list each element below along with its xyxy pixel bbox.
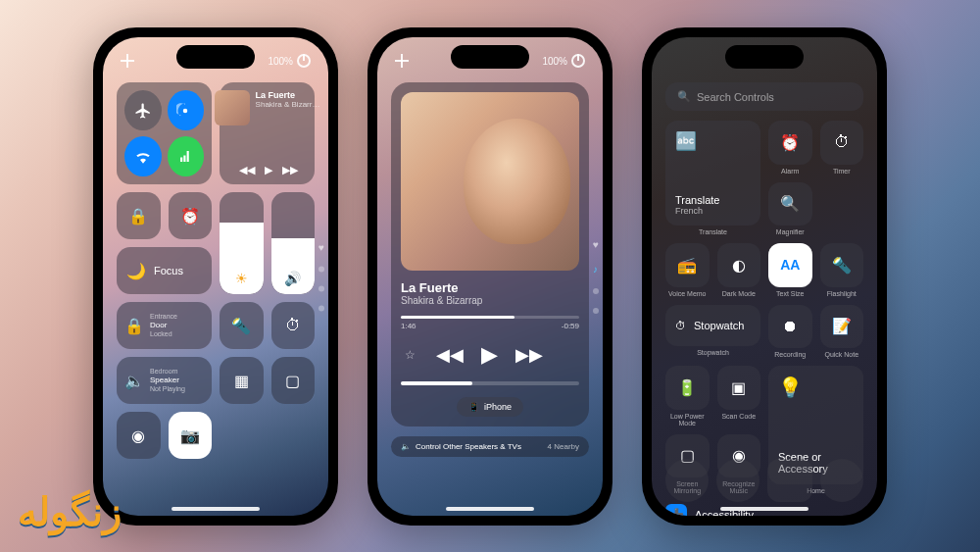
- airdrop-toggle[interactable]: [168, 90, 205, 130]
- track-artist: Shakira & Bizarr…: [256, 100, 320, 109]
- alarm-control[interactable]: ⏰: [768, 121, 812, 165]
- stopwatch-icon: ⏱: [675, 320, 686, 331]
- quick-note-control[interactable]: 📝: [820, 305, 864, 349]
- search-controls-field[interactable]: 🔍Search Controls: [665, 82, 863, 111]
- page-dot[interactable]: [318, 286, 324, 292]
- low-power-control[interactable]: 🔋: [665, 366, 710, 410]
- speaker-icon: 🔈: [401, 442, 411, 451]
- battery-percent: 100%: [268, 56, 293, 67]
- text-size-control[interactable]: AA: [768, 243, 812, 287]
- play-button[interactable]: ▶: [481, 342, 498, 368]
- power-icon[interactable]: [297, 54, 311, 68]
- home-indicator[interactable]: [446, 507, 534, 511]
- calculator-tile[interactable]: ▦: [220, 357, 264, 404]
- search-placeholder: Search Controls: [697, 91, 774, 103]
- phone-control-center: 100% La Fuerte Shakira & Bizarr… ◀◀ ▶ ▶▶…: [93, 27, 338, 526]
- favorites-page-icon[interactable]: ♥: [593, 239, 599, 250]
- home-indicator[interactable]: [720, 507, 808, 511]
- phone-controls-gallery: 🔍Search Controls 🔤TranslateFrench Transl…: [642, 27, 887, 526]
- timer-control[interactable]: ⏱: [820, 121, 864, 165]
- stopwatch-control[interactable]: ⏱Stopwatch: [665, 305, 760, 346]
- home-lock-tile[interactable]: 🔒EntranceDoorLocked: [117, 302, 212, 349]
- bottom-tile-wide[interactable]: [767, 459, 812, 502]
- bottom-tile[interactable]: [665, 459, 709, 502]
- scrubber[interactable]: [401, 316, 579, 319]
- dynamic-island: [725, 45, 804, 69]
- dynamic-island: [451, 45, 529, 69]
- now-playing-tile[interactable]: La Fuerte Shakira & Bizarr… ◀◀ ▶ ▶▶: [220, 82, 315, 184]
- focus-tile[interactable]: 🌙Focus: [117, 247, 212, 294]
- phone-icon: 📱: [468, 402, 479, 412]
- flashlight-control[interactable]: 🔦: [820, 243, 864, 287]
- time-remaining: -0:59: [562, 322, 579, 330]
- translate-tile[interactable]: 🔤TranslateFrench: [665, 121, 760, 226]
- shazam-tile[interactable]: ◉: [117, 412, 161, 459]
- add-icon[interactable]: [395, 54, 409, 68]
- album-art-small: [215, 90, 250, 125]
- next-track-button[interactable]: ▶▶: [515, 344, 543, 366]
- phone-now-playing: 100% La Fuerte Shakira & Bizarrap 1:46-0…: [368, 27, 612, 526]
- camera-tile[interactable]: 📷: [169, 412, 213, 459]
- bulb-icon: 💡: [778, 376, 854, 399]
- translate-icon: 🔤: [675, 130, 751, 152]
- accessibility-icon: ➕: [665, 504, 687, 516]
- output-device-pill[interactable]: 📱iPhone: [457, 397, 523, 417]
- favorite-icon[interactable]: ☆: [405, 348, 416, 362]
- page-dot[interactable]: [593, 288, 599, 294]
- watermark-logo: زنگوله: [18, 489, 122, 534]
- other-speakers-pill[interactable]: 🔈 Control Other Speakers & TVs 4 Nearby: [391, 436, 589, 457]
- voice-memo-control[interactable]: 📻: [665, 243, 710, 287]
- bottom-shortcuts: [665, 459, 863, 502]
- album-art-large[interactable]: [401, 92, 579, 271]
- play-icon[interactable]: ▶: [265, 164, 272, 176]
- app-switcher-tile[interactable]: ▢: [271, 357, 316, 404]
- recording-control[interactable]: ⏺: [768, 305, 812, 349]
- page-dot[interactable]: [318, 267, 324, 273]
- prev-icon[interactable]: ◀◀: [239, 164, 255, 176]
- focus-label: Focus: [154, 265, 183, 276]
- dark-mode-control[interactable]: ◐: [717, 243, 761, 287]
- cellular-toggle[interactable]: [168, 136, 205, 176]
- power-icon[interactable]: [571, 54, 585, 68]
- time-elapsed: 1:46: [401, 322, 416, 330]
- bottom-tile[interactable]: [716, 459, 760, 502]
- np-track-title: La Fuerte: [401, 280, 579, 295]
- volume-slider[interactable]: [401, 381, 579, 385]
- search-icon: 🔍: [677, 90, 691, 103]
- wifi-toggle[interactable]: [124, 136, 162, 176]
- prev-track-button[interactable]: ◀◀: [436, 344, 464, 366]
- now-playing-card: La Fuerte Shakira & Bizarrap 1:46-0:59 ☆…: [391, 82, 589, 427]
- page-indicator[interactable]: ♥ ♪: [593, 239, 599, 314]
- track-title: La Fuerte: [256, 90, 320, 100]
- page-indicator[interactable]: ♥: [318, 242, 324, 312]
- music-page-icon[interactable]: ♪: [593, 264, 599, 275]
- timer-tile[interactable]: ⏱: [271, 302, 316, 349]
- page-dot[interactable]: [318, 306, 324, 312]
- svg-point-0: [183, 108, 188, 113]
- volume-slider[interactable]: 🔊: [271, 192, 316, 294]
- add-icon[interactable]: [121, 54, 134, 68]
- next-icon[interactable]: ▶▶: [282, 164, 298, 176]
- home-indicator[interactable]: [172, 507, 260, 511]
- favorites-page-icon[interactable]: ♥: [318, 242, 324, 253]
- orientation-lock-toggle[interactable]: 🔒: [117, 192, 161, 239]
- bottom-tile[interactable]: [820, 459, 863, 502]
- battery-percent: 100%: [542, 56, 567, 67]
- flashlight-tile[interactable]: 🔦: [220, 302, 264, 349]
- brightness-slider[interactable]: ☀: [220, 192, 264, 294]
- airplane-toggle[interactable]: [124, 90, 162, 130]
- nearby-count: 4 Nearby: [548, 442, 579, 451]
- scan-code-control[interactable]: ▣: [717, 366, 761, 410]
- magnifier-control[interactable]: 🔍: [768, 182, 812, 226]
- home-speaker-tile[interactable]: 🔈BedroomSpeakerNot Playing: [117, 357, 212, 404]
- dynamic-island: [176, 45, 255, 69]
- page-dot[interactable]: [593, 308, 599, 314]
- np-track-artist: Shakira & Bizarrap: [401, 295, 579, 306]
- alarm-tile[interactable]: ⏰: [169, 192, 213, 239]
- connectivity-group[interactable]: [117, 82, 212, 184]
